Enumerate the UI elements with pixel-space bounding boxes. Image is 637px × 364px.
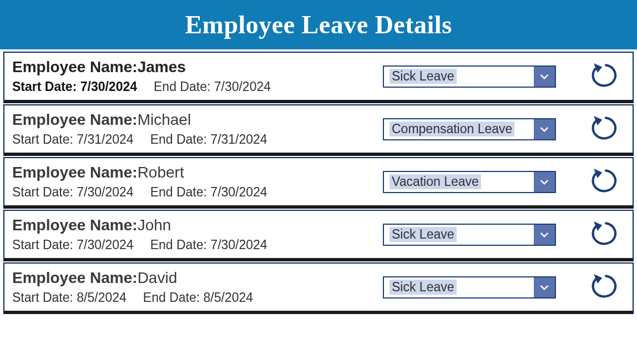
employee-name-label: Employee Name:: [12, 269, 138, 286]
chevron-down-icon: [534, 119, 555, 139]
end-date-value: 7/30/2024: [210, 185, 267, 199]
end-date-value: 8/5/2024: [204, 290, 254, 305]
employee-name-line: Employee Name:Michael: [12, 111, 267, 129]
card-controls: Compensation Leave: [383, 114, 623, 144]
leave-type-dropdown[interactable]: Sick Leave: [383, 276, 556, 299]
date-line: Start Date: 7/30/2024 End Date: 7/30/202…: [12, 185, 267, 200]
end-date-label: End Date:: [150, 185, 211, 199]
card-info: Employee Name:James Start Date: 7/30/202…: [12, 58, 271, 94]
end-date-group: End Date: 7/30/2024: [150, 237, 267, 252]
start-date-label: Start Date:: [12, 185, 77, 199]
card-controls: Sick Leave: [383, 62, 623, 92]
card-info: Employee Name:Michael Start Date: 7/31/2…: [12, 111, 267, 147]
chevron-down-icon: [534, 225, 555, 245]
end-date-label: End Date:: [143, 290, 204, 305]
leave-card: Employee Name:Robert Start Date: 7/30/20…: [3, 157, 634, 209]
start-date-group: Start Date: 8/5/2024: [12, 290, 127, 305]
end-date-value: 7/30/2024: [214, 79, 271, 94]
leave-type-value: Sick Leave: [384, 67, 534, 87]
date-line: Start Date: 7/30/2024 End Date: 7/30/202…: [12, 79, 271, 94]
employee-name-label: Employee Name:: [12, 111, 138, 128]
employee-name-value: James: [138, 58, 186, 75]
leave-type-dropdown[interactable]: Sick Leave: [383, 65, 556, 88]
employee-name-line: Employee Name:Robert: [12, 164, 267, 181]
end-date-value: 7/30/2024: [210, 237, 267, 252]
start-date-value: 7/31/2024: [77, 132, 133, 146]
date-line: Start Date: 7/30/2024 End Date: 7/30/202…: [12, 237, 267, 252]
leave-type-dropdown[interactable]: Compensation Leave: [383, 118, 556, 140]
end-date-value: 7/31/2024: [210, 132, 267, 146]
reset-button[interactable]: [589, 220, 623, 250]
employee-name-label: Employee Name:: [12, 164, 138, 181]
leave-type-dropdown[interactable]: Vacation Leave: [383, 171, 556, 193]
date-line: Start Date: 8/5/2024 End Date: 8/5/2024: [12, 290, 253, 305]
card-info: Employee Name:Robert Start Date: 7/30/20…: [12, 164, 267, 200]
undo-icon: [591, 220, 621, 250]
undo-icon: [591, 167, 621, 197]
undo-icon: [591, 114, 621, 144]
leave-type-value: Vacation Leave: [384, 172, 534, 192]
start-date-value: 7/30/2024: [77, 185, 133, 199]
chevron-down-icon: [534, 172, 555, 192]
end-date-label: End Date:: [150, 237, 211, 252]
end-date-label: End Date:: [150, 132, 211, 146]
start-date-label: Start Date:: [12, 290, 77, 305]
undo-icon: [591, 62, 621, 92]
chevron-down-icon: [534, 67, 555, 87]
leave-type-value: Compensation Leave: [384, 119, 534, 139]
page-title: Employee Leave Details: [0, 0, 637, 49]
start-date-group: Start Date: 7/30/2024: [12, 79, 137, 94]
start-date-group: Start Date: 7/31/2024: [12, 132, 134, 147]
start-date-group: Start Date: 7/30/2024: [12, 237, 134, 252]
reset-button[interactable]: [589, 167, 623, 197]
reset-button[interactable]: [589, 272, 623, 302]
undo-icon: [591, 272, 621, 302]
end-date-group: End Date: 7/31/2024: [150, 132, 267, 147]
leave-type-value: Sick Leave: [384, 225, 534, 245]
leave-type-value: Sick Leave: [384, 277, 534, 297]
chevron-down-icon: [534, 277, 555, 297]
leave-card: Employee Name:John Start Date: 7/30/2024…: [3, 210, 634, 261]
card-controls: Sick Leave: [383, 220, 623, 250]
start-date-label: Start Date:: [12, 132, 77, 146]
leave-type-dropdown[interactable]: Sick Leave: [383, 224, 556, 246]
start-date-label: Start Date:: [12, 237, 77, 252]
employee-name-label: Employee Name:: [12, 216, 138, 234]
employee-name-label: Employee Name:: [12, 58, 138, 75]
leave-list[interactable]: Employee Name:James Start Date: 7/30/202…: [0, 49, 637, 361]
end-date-group: End Date: 8/5/2024: [143, 290, 253, 305]
end-date-label: End Date:: [154, 79, 214, 94]
card-info: Employee Name:John Start Date: 7/30/2024…: [12, 216, 267, 252]
card-controls: Vacation Leave: [383, 167, 623, 197]
employee-name-value: John: [138, 216, 171, 234]
leave-card: Employee Name:James Start Date: 7/30/202…: [3, 52, 634, 103]
end-date-group: End Date: 7/30/2024: [150, 185, 267, 200]
card-controls: Sick Leave: [383, 272, 623, 302]
leave-card: Employee Name:David Start Date: 8/5/2024…: [3, 262, 634, 314]
employee-name-line: Employee Name:James: [12, 58, 271, 76]
card-info: Employee Name:David Start Date: 8/5/2024…: [12, 269, 253, 305]
start-date-value: 7/30/2024: [80, 79, 137, 94]
employee-name-value: Robert: [138, 164, 184, 181]
start-date-group: Start Date: 7/30/2024: [12, 185, 134, 200]
employee-name-value: Michael: [138, 111, 191, 128]
reset-button[interactable]: [589, 114, 623, 144]
reset-button[interactable]: [589, 62, 623, 92]
start-date-value: 7/30/2024: [77, 237, 133, 252]
employee-name-line: Employee Name:David: [12, 269, 253, 287]
leave-card: Employee Name:Michael Start Date: 7/31/2…: [3, 104, 634, 156]
start-date-label: Start Date:: [12, 79, 80, 94]
date-line: Start Date: 7/31/2024 End Date: 7/31/202…: [12, 132, 267, 147]
start-date-value: 8/5/2024: [77, 290, 127, 305]
employee-name-value: David: [138, 269, 178, 286]
employee-name-line: Employee Name:John: [12, 216, 267, 234]
end-date-group: End Date: 7/30/2024: [154, 79, 271, 94]
